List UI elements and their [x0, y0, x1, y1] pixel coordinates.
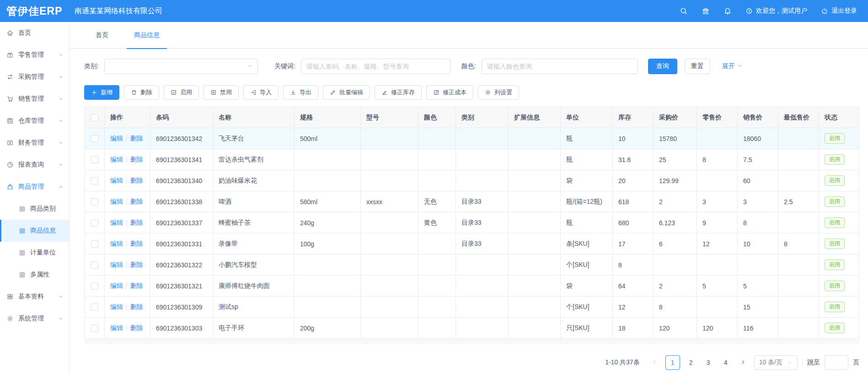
page-number-1[interactable]: 1 — [665, 355, 680, 370]
column-settings-button[interactable]: 列设置 — [478, 85, 519, 100]
row-checkbox[interactable] — [91, 156, 98, 163]
reset-button[interactable]: 重置 — [685, 59, 710, 74]
sidebar-item-finance[interactable]: 财务管理 — [0, 132, 69, 154]
cell-unit: 瓶 — [561, 149, 613, 170]
cell-name: 奶油味爆米花 — [213, 170, 295, 191]
sidebar-item-product-category[interactable]: 商品类别 — [0, 198, 69, 220]
sidebar-item-sales[interactable]: 销售管理 — [0, 88, 69, 110]
search-icon[interactable] — [680, 7, 688, 15]
delete-link[interactable]: 删除 — [130, 303, 143, 310]
row-checkbox[interactable] — [91, 240, 98, 248]
edit-link[interactable]: 编辑 — [110, 198, 123, 205]
sidebar-item-product[interactable]: 商品管理 — [0, 176, 69, 198]
edit-link[interactable]: 编辑 — [110, 240, 123, 247]
edit-link[interactable]: 编辑 — [110, 156, 123, 163]
sidebar-item-product-info[interactable]: 商品信息 — [0, 220, 69, 242]
cell-barcode: 6901236301322 — [150, 255, 213, 276]
row-checkbox[interactable] — [91, 198, 98, 206]
row-checkbox[interactable] — [91, 219, 98, 227]
import-button[interactable]: 导入 — [243, 85, 279, 100]
row-checkbox[interactable] — [91, 304, 98, 311]
tab-home[interactable]: 首页 — [88, 22, 116, 49]
edit-link[interactable]: 编辑 — [110, 135, 123, 142]
export-button-label: 导出 — [300, 88, 311, 97]
sidebar-item-system[interactable]: 系统管理 — [0, 308, 69, 330]
sidebar-item-basic[interactable]: 基本资料 — [0, 286, 69, 308]
cell-status: 启用 — [819, 318, 859, 339]
chevron-down-icon — [58, 118, 64, 124]
delete-link[interactable]: 删除 — [130, 156, 143, 163]
link-separator: | — [126, 156, 128, 163]
cell-sale: 60 — [738, 170, 778, 191]
row-select-cell — [85, 170, 105, 191]
batch-edit-button[interactable]: 批量编辑 — [323, 85, 370, 100]
logout-button[interactable]: 退出登录 — [821, 7, 857, 15]
delete-link[interactable]: 删除 — [130, 261, 143, 268]
sidebar-item-measure-unit[interactable]: 计量单位 — [0, 242, 69, 264]
tab-home-label: 首页 — [96, 31, 108, 39]
delete-button[interactable]: 删除 — [124, 85, 159, 100]
page-number-2[interactable]: 2 — [685, 355, 697, 370]
edit-link[interactable]: 编辑 — [110, 282, 123, 289]
sidebar-item-multi-attr[interactable]: 多属性 — [0, 264, 69, 286]
welcome-user[interactable]: 欢迎您，测试用户 — [745, 7, 807, 15]
edit-link[interactable]: 编辑 — [110, 177, 123, 184]
delete-link[interactable]: 删除 — [130, 282, 143, 289]
next-page-button[interactable] — [737, 355, 750, 370]
page-number-4[interactable]: 4 — [719, 355, 732, 370]
search-button[interactable]: 查询 — [648, 59, 677, 74]
delete-link[interactable]: 删除 — [130, 240, 143, 247]
column-header: 条码 — [150, 107, 213, 128]
clock-icon — [745, 7, 753, 15]
expand-link[interactable]: 展开 — [722, 62, 743, 70]
prev-page-button[interactable] — [648, 355, 661, 370]
cell-barcode: 6901236301338 — [150, 191, 213, 212]
page-size-select[interactable]: 10 条/页 — [754, 355, 798, 370]
cell-min: 8 — [778, 233, 819, 255]
edit-link[interactable]: 编辑 — [110, 261, 123, 268]
color-input[interactable] — [482, 59, 638, 74]
delete-link[interactable]: 删除 — [130, 198, 143, 205]
horizontal-scrollbar[interactable] — [84, 339, 859, 344]
add-button[interactable]: 新增 — [84, 85, 119, 100]
cell-min — [778, 318, 819, 339]
sidebar-item-warehouse[interactable]: 仓库管理 — [0, 110, 69, 132]
row-checkbox[interactable] — [91, 261, 98, 269]
fix-cost-button[interactable]: 修正成本 — [426, 85, 473, 100]
sidebar-item-report[interactable]: 报表查询 — [0, 154, 69, 176]
tab-product-info[interactable]: 商品信息 — [127, 22, 167, 49]
delete-link[interactable]: 删除 — [130, 177, 143, 184]
disable-button[interactable]: 禁用 — [204, 85, 239, 100]
enable-button[interactable]: 启用 — [164, 85, 199, 100]
jump-to-input[interactable] — [825, 355, 848, 370]
category-select[interactable] — [104, 59, 258, 74]
tab-bar: 首页 商品信息 — [70, 22, 868, 49]
keyword-input[interactable] — [301, 59, 450, 74]
cell-sale: 3 — [738, 191, 778, 212]
bank-icon[interactable] — [702, 7, 710, 15]
select-all-checkbox[interactable] — [91, 114, 98, 121]
cell-unit: 袋 — [561, 276, 613, 297]
page-number-3[interactable]: 3 — [702, 355, 715, 370]
sidebar-item-purchase[interactable]: 采购管理 — [0, 66, 69, 88]
cell-sale: 5 — [738, 276, 778, 297]
fix-stock-button[interactable]: 修正库存 — [375, 85, 422, 100]
row-checkbox[interactable] — [91, 177, 98, 184]
row-checkbox[interactable] — [91, 135, 98, 142]
cell-model — [361, 149, 418, 170]
delete-link[interactable]: 删除 — [130, 219, 143, 226]
edit-link[interactable]: 编辑 — [110, 219, 123, 226]
row-checkbox[interactable] — [91, 282, 98, 290]
export-button[interactable]: 导出 — [283, 85, 318, 100]
cell-purchase: 8 — [654, 297, 697, 318]
sidebar-item-retail[interactable]: 零售管理 — [0, 44, 69, 66]
sidebar-item-home[interactable]: 首页 — [0, 22, 69, 44]
delete-link[interactable]: 删除 — [130, 135, 143, 142]
edit-link[interactable]: 编辑 — [110, 303, 123, 310]
cell-sale — [738, 255, 778, 276]
link-separator: | — [126, 303, 128, 310]
bell-icon[interactable] — [723, 7, 732, 15]
delete-link[interactable]: 删除 — [130, 324, 143, 331]
row-checkbox[interactable] — [91, 325, 98, 332]
edit-link[interactable]: 编辑 — [110, 324, 123, 331]
